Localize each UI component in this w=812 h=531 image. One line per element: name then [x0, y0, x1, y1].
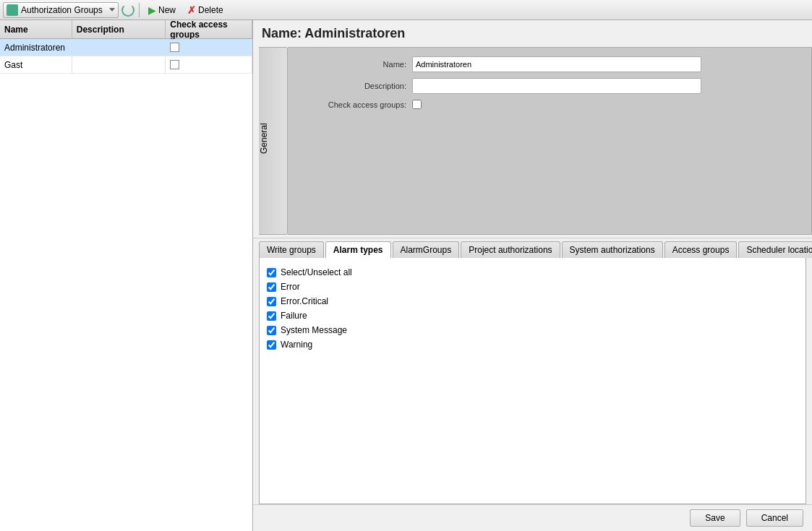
tab-system-auth[interactable]: System authorizations — [562, 241, 663, 258]
failure-row: Failure — [267, 308, 798, 323]
alarm-types-content: Select/Unselect all Error Error.Critical… — [259, 258, 806, 504]
app-icon — [7, 4, 18, 16]
check-access-checkbox[interactable] — [412, 100, 422, 109]
name-input[interactable] — [412, 56, 701, 72]
left-panel: Name Description Check access groups Adm… — [0, 20, 253, 531]
row-description — [72, 39, 166, 56]
check-access-label: Check access groups: — [296, 100, 412, 109]
toolbar: Authorization Groups ▶ New ✗ Delete — [0, 0, 812, 20]
row-check[interactable] — [166, 56, 252, 73]
row-name: Gast — [0, 56, 72, 73]
col-header-check: Check access groups — [166, 20, 252, 38]
row-check[interactable] — [166, 39, 252, 56]
delete-icon: ✗ — [187, 4, 196, 16]
save-button[interactable]: Save — [690, 509, 740, 527]
error-checkbox[interactable] — [267, 282, 276, 292]
col-header-description: Description — [72, 20, 166, 38]
row-name: Administratoren — [0, 39, 72, 56]
check-access-row: Check access groups: — [296, 100, 803, 109]
authorization-groups-dropdown[interactable]: Authorization Groups — [3, 2, 119, 18]
system-message-row: System Message — [267, 323, 798, 337]
description-input[interactable] — [412, 78, 701, 94]
tab-alarm-types[interactable]: Alarm types — [325, 241, 391, 258]
list-body: Administratoren Gast — [0, 39, 252, 531]
dropdown-label: Authorization Groups — [21, 5, 103, 15]
error-critical-label: Error.Critical — [281, 296, 328, 306]
description-label: Description: — [296, 82, 412, 90]
bottom-tab-bar: Write groups Alarm types AlarmGroups Pro… — [253, 238, 812, 258]
tab-alarm-groups[interactable]: AlarmGroups — [393, 241, 460, 258]
select-all-checkbox[interactable] — [267, 268, 276, 277]
warning-label: Warning — [281, 340, 312, 350]
general-content: Name: Description: Check access groups: — [288, 47, 812, 235]
error-critical-row: Error.Critical — [267, 294, 798, 308]
main-container: Name Description Check access groups Adm… — [0, 20, 812, 531]
new-label: New — [158, 5, 176, 15]
check-icon — [170, 43, 179, 52]
refresh-icon[interactable] — [121, 4, 134, 17]
tab-write-groups[interactable]: Write groups — [259, 241, 324, 258]
error-label: Error — [281, 282, 300, 292]
delete-label: Delete — [198, 5, 223, 15]
new-icon: ▶ — [148, 4, 156, 16]
list-item[interactable]: Gast — [0, 56, 252, 74]
right-panel: Name: Administratoren General Name: Desc… — [253, 20, 812, 531]
failure-label: Failure — [281, 311, 307, 321]
row-description — [72, 56, 166, 73]
footer: Save Cancel — [253, 504, 812, 531]
tab-project-auth[interactable]: Project authorizations — [461, 241, 560, 258]
name-row: Name: — [296, 56, 803, 72]
select-all-row: Select/Unselect all — [267, 265, 798, 280]
warning-checkbox[interactable] — [267, 340, 276, 350]
failure-checkbox[interactable] — [267, 311, 276, 321]
chevron-down-icon — [109, 8, 115, 12]
list-item[interactable]: Administratoren — [0, 39, 252, 56]
check-icon — [170, 60, 179, 69]
delete-button[interactable]: ✗ Delete — [183, 2, 228, 18]
warning-row: Warning — [267, 337, 798, 352]
error-critical-checkbox[interactable] — [267, 297, 276, 306]
cancel-button[interactable]: Cancel — [746, 509, 803, 527]
general-tab[interactable]: General — [259, 47, 288, 235]
list-header: Name Description Check access groups — [0, 20, 252, 39]
description-row: Description: — [296, 78, 803, 94]
system-message-checkbox[interactable] — [267, 326, 276, 335]
name-label: Name: — [296, 60, 412, 69]
new-button[interactable]: ▶ New — [144, 2, 180, 18]
error-row: Error — [267, 280, 798, 294]
detail-title: Name: Administratoren — [253, 20, 812, 47]
tab-scheduler[interactable]: Scheduler locations — [738, 241, 812, 258]
select-all-label: Select/Unselect all — [281, 267, 352, 277]
system-message-label: System Message — [281, 325, 347, 335]
separator — [139, 3, 140, 17]
tab-access-groups[interactable]: Access groups — [664, 241, 738, 258]
general-tab-container: General Name: Description: Check access … — [253, 47, 812, 235]
col-header-name: Name — [0, 20, 72, 38]
